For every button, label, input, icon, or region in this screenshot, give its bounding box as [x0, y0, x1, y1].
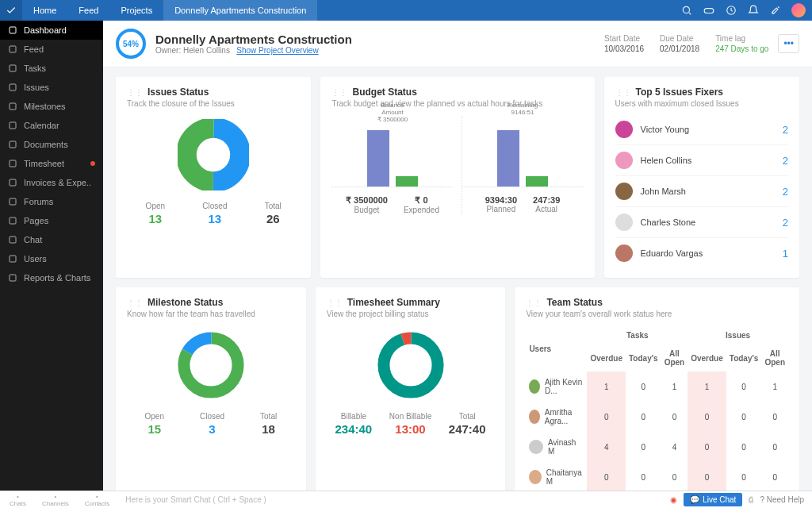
drag-handle-icon[interactable]: ⋮⋮ — [331, 88, 347, 97]
sidebar-label: Chat — [24, 235, 42, 244]
more-button[interactable]: ••• — [778, 34, 799, 53]
stat-open: Open15 — [144, 412, 163, 436]
owner-name: Helen Collins — [183, 46, 230, 55]
sidebar-item-documents[interactable]: Documents — [0, 135, 103, 154]
fixer-row[interactable]: Charles Stone2 — [615, 207, 788, 238]
drag-handle-icon[interactable]: ⋮⋮ — [526, 298, 542, 307]
page-icon — [8, 216, 17, 225]
svg-rect-7 — [10, 84, 16, 90]
app-logo[interactable] — [0, 0, 22, 21]
avatar — [615, 121, 633, 138]
card-subtitle: View your team's overall work status her… — [526, 310, 788, 318]
tab-icon: • — [54, 493, 56, 500]
sidebar-item-chat[interactable]: Chat — [0, 230, 103, 249]
drag-handle-icon[interactable]: ⋮⋮ — [127, 298, 143, 307]
sidebar-item-milestones[interactable]: Milestones — [0, 97, 103, 116]
team-row[interactable]: Ajith Kevin D...101101 — [526, 371, 788, 402]
fixer-row[interactable]: John Marsh2 — [615, 176, 788, 207]
cell: 0 — [761, 462, 788, 492]
stat-total: Total26 — [265, 202, 282, 225]
clock-icon[interactable] — [725, 4, 737, 17]
sidebar-item-tasks[interactable]: Tasks — [0, 59, 103, 78]
team-row[interactable]: Amritha Agra...000000 — [526, 402, 788, 432]
issues-pie-chart — [178, 119, 249, 190]
avatar — [615, 152, 633, 169]
sidebar-item-feed[interactable]: Feed — [0, 40, 103, 59]
main-content: 54% Donnelly Apartments Construction Own… — [103, 21, 812, 508]
tools-icon[interactable] — [769, 4, 782, 17]
sidebar-item-calendar[interactable]: Calendar — [0, 116, 103, 135]
cell: 0 — [726, 432, 762, 462]
show-overview-link[interactable]: Show Project Overview — [236, 46, 318, 55]
footer-tab-chats[interactable]: •Chats — [3, 493, 33, 507]
card-title: Top 5 Issues Fixers — [636, 87, 724, 98]
chat-icon — [8, 235, 17, 244]
cell: 4 — [587, 432, 626, 462]
live-chat-button[interactable]: 💬 Live Chat — [684, 493, 742, 506]
fixer-row[interactable]: Helen Collins2 — [615, 145, 788, 176]
svg-rect-9 — [10, 122, 16, 129]
list-icon — [8, 44, 17, 54]
sidebar-label: Users — [24, 254, 47, 264]
sidebar-label: Invoices & Expe.. — [24, 178, 91, 187]
user-avatar[interactable] — [791, 3, 806, 17]
team-row[interactable]: Avinash M404000 — [526, 432, 788, 462]
cell: 0 — [626, 402, 661, 432]
svg-rect-10 — [10, 141, 16, 148]
col-overdue: Overdue — [587, 344, 626, 371]
nav-home[interactable]: Home — [22, 0, 67, 21]
tab-icon: • — [96, 493, 98, 500]
sidebar-item-users[interactable]: Users — [0, 249, 103, 268]
cell: 0 — [761, 402, 788, 432]
project-title: Donnelly Apartments Construction — [155, 33, 352, 46]
stat-closed: Closed3 — [200, 412, 224, 436]
progress-ring: 54% — [116, 29, 146, 59]
bell-icon[interactable] — [747, 4, 760, 17]
col-users: Users — [526, 326, 587, 371]
drag-handle-icon[interactable]: ⋮⋮ — [127, 88, 143, 97]
print-icon[interactable]: ⎙ — [749, 495, 753, 504]
cell: 0 — [626, 371, 661, 402]
nav-donnelly-apartments-construction[interactable]: Donnelly Apartments Construction — [163, 0, 317, 21]
col-tasks: Tasks — [587, 326, 688, 344]
fixer-row[interactable]: Victor Young2 — [615, 114, 788, 145]
sidebar-item-invoices-expe-[interactable]: Invoices & Expe.. — [0, 173, 103, 192]
search-icon[interactable] — [680, 4, 693, 17]
drag-handle-icon[interactable]: ⋮⋮ — [615, 88, 631, 97]
team-row[interactable]: Chaitanya M000000 — [526, 462, 788, 492]
stat-total: Total18 — [260, 412, 277, 436]
col-today: Today's — [726, 344, 762, 371]
sidebar-item-forums[interactable]: Forums — [0, 192, 103, 211]
gamepad-icon[interactable] — [703, 4, 715, 17]
cell: 0 — [626, 462, 661, 492]
user-name: Ajith Kevin D... — [545, 378, 584, 395]
sidebar-item-issues[interactable]: Issues — [0, 78, 103, 97]
card-budget-status: ⋮⋮Budget Status Track budget and view th… — [320, 77, 594, 278]
svg-rect-12 — [10, 179, 16, 186]
nav-projects[interactable]: Projects — [109, 0, 163, 21]
fixer-name: Eduardo Vargas — [641, 248, 783, 258]
card-team-status: ⋮⋮Team Status View your team's overall w… — [515, 287, 799, 502]
svg-rect-15 — [10, 237, 16, 243]
help-button[interactable]: ? Need Help — [760, 495, 804, 504]
footer-tab-contacts[interactable]: •Contacts — [79, 493, 117, 507]
top-nav: HomeFeedProjectsDonnelly Apartments Cons… — [22, 0, 317, 21]
smart-chat-input[interactable]: Here is your Smart Chat ( Ctrl + Space ) — [119, 495, 670, 504]
card-top-fixers: ⋮⋮Top 5 Issues Fixers Users with maximum… — [604, 77, 799, 278]
cell: 0 — [587, 402, 626, 432]
card-title: Team Status — [546, 297, 602, 308]
fixer-count: 2 — [783, 155, 788, 167]
sidebar-item-dashboard[interactable]: Dashboard — [0, 21, 103, 40]
footer-tab-channels[interactable]: •Channels — [36, 493, 75, 507]
card-title: Milestone Status — [147, 297, 223, 308]
drag-handle-icon[interactable]: ⋮⋮ — [327, 298, 343, 307]
fixer-count: 1 — [783, 248, 788, 260]
sidebar-item-reports-charts[interactable]: Reports & Charts — [0, 268, 103, 287]
sidebar-item-pages[interactable]: Pages — [0, 211, 103, 230]
svg-point-0 — [683, 6, 689, 13]
nav-feed[interactable]: Feed — [67, 0, 109, 21]
svg-rect-8 — [10, 103, 16, 110]
sidebar-item-timesheet[interactable]: Timesheet — [0, 154, 103, 173]
fixer-row[interactable]: Eduardo Vargas1 — [615, 238, 788, 268]
record-icon[interactable]: ◉ — [670, 495, 677, 504]
